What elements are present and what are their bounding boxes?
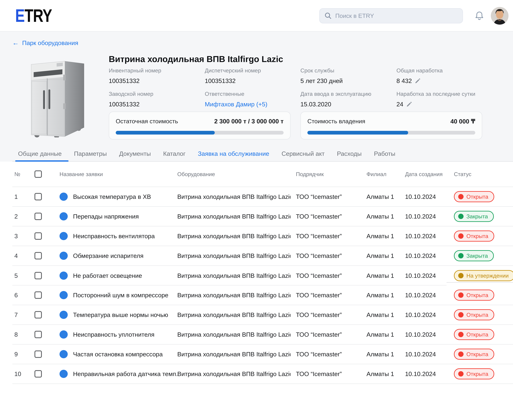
table-row: 5 Не работает освещение Витрина холодиль…: [12, 266, 513, 285]
row-checkbox[interactable]: [34, 331, 42, 338]
row-checkbox[interactable]: [34, 213, 42, 220]
table-row: 10 Неправильная работа датчика темп. Вит…: [12, 364, 513, 384]
table-row: 9 Частая остановка компрессора Витрина х…: [12, 345, 513, 364]
search-icon: [324, 12, 332, 19]
row-contractor: ТОО “Icemaster”: [296, 292, 342, 299]
field-inventory-number: Инвентарный номер 100351332: [109, 67, 161, 84]
row-branch: Алматы 1: [367, 272, 394, 279]
request-name[interactable]: Частая остановка компрессора: [73, 351, 163, 358]
status-badge: Открыта: [454, 191, 494, 202]
field-label: Ответственные: [205, 91, 267, 97]
select-all-checkbox[interactable]: [34, 170, 42, 178]
column-number: №: [14, 171, 20, 177]
row-checkbox[interactable]: [34, 292, 42, 299]
table-row: 7 Температура выше нормы ночью Витрина х…: [12, 305, 513, 325]
request-name[interactable]: Неисправность вентилятора: [73, 232, 155, 240]
row-contractor: ТОО “Icemaster”: [296, 272, 342, 279]
field-label: Наработка за последние сутки: [397, 91, 475, 97]
field-label: Заводской номер: [109, 91, 153, 97]
request-name[interactable]: Обмерзание испарителя: [73, 252, 144, 259]
field-value: 100351332: [109, 77, 161, 84]
tab-5[interactable]: Заявка на обслуживание: [198, 150, 269, 157]
request-name[interactable]: Высокая температура в ХВ: [73, 193, 151, 200]
request-type-icon: [60, 291, 68, 299]
status-badge: Открыта: [454, 290, 494, 301]
app-logo[interactable]: ETRY: [15, 6, 52, 25]
field-value: 100351332: [205, 77, 261, 84]
status-dot-icon: [458, 332, 464, 337]
row-branch: Алматы 1: [367, 351, 394, 358]
status-label: Открыта: [467, 194, 488, 200]
field-daily-runtime: Наработка за последние сутки 24: [397, 91, 475, 108]
status-dot-icon: [458, 194, 464, 199]
table-row: 8 Неисправность уплотнителя Витрина холо…: [12, 325, 513, 345]
row-number: 4: [14, 252, 18, 259]
edit-pencil-icon[interactable]: [406, 101, 412, 107]
request-name[interactable]: Не работает освещение: [73, 272, 142, 279]
back-link[interactable]: ←Парк оборудования: [12, 39, 78, 46]
row-number: 3: [14, 232, 18, 240]
tab-1[interactable]: Общие данные: [18, 150, 62, 157]
row-equipment: Витрина холодильная ВПВ Italfrigo Lazic: [177, 351, 291, 358]
responsibles-link[interactable]: Мифтахов Дамир (+5): [205, 101, 267, 108]
status-badge: Закрыта: [454, 211, 494, 222]
row-branch: Алматы 1: [367, 331, 394, 338]
tab-7[interactable]: Расходы: [337, 150, 362, 157]
row-equipment: Витрина холодильная ВПВ Italfrigo Lazic: [177, 311, 291, 318]
row-checkbox[interactable]: [34, 351, 42, 358]
row-branch: Алматы 1: [367, 213, 394, 220]
status-dot-icon: [458, 371, 464, 376]
row-date: 10.10.2024: [405, 351, 436, 358]
request-name[interactable]: Неисправность уплотнителя: [73, 331, 154, 338]
request-type-icon: [60, 232, 68, 240]
status-badge: Открыта: [454, 309, 494, 320]
row-date: 10.10.2024: [405, 311, 436, 318]
request-name[interactable]: Неправильная работа датчика темп.: [73, 370, 178, 377]
tab-6[interactable]: Сервисный акт: [282, 150, 325, 157]
column-contractor: Подрядчик: [296, 171, 324, 177]
request-type-icon: [60, 193, 68, 201]
row-checkbox[interactable]: [34, 311, 42, 318]
row-equipment: Витрина холодильная ВПВ Italfrigo Lazic: [177, 193, 291, 200]
row-checkbox[interactable]: [34, 232, 42, 240]
edit-pencil-icon[interactable]: [415, 78, 421, 84]
row-checkbox[interactable]: [34, 193, 42, 200]
row-date: 10.10.2024: [405, 272, 436, 279]
status-label: На утверждении: [467, 272, 509, 279]
row-contractor: ТОО “Icemaster”: [296, 193, 342, 200]
request-name[interactable]: Посторонний шум в компрессоре: [73, 292, 168, 299]
table-row: 6 Посторонний шум в компрессоре Витрина …: [12, 285, 513, 305]
status-dot-icon: [458, 273, 464, 278]
card-label: Стоимость владения: [307, 118, 365, 125]
column-equipment: Оборудование: [177, 171, 215, 177]
tab-2[interactable]: Параметры: [74, 150, 107, 157]
row-branch: Алматы 1: [367, 193, 394, 200]
avatar-image: [491, 7, 508, 25]
equipment-photo: [21, 51, 90, 137]
top-bar: ETRY Поиск в ETRY Daniyar Esenov Админ: [0, 0, 513, 32]
notifications-bell-icon[interactable]: [475, 11, 484, 21]
field-service-life: Срок службы 5 лет 230 дней: [300, 67, 343, 84]
row-equipment: Витрина холодильная ВПВ Italfrigo Lazic: [177, 272, 291, 279]
search-input[interactable]: Поиск в ETRY: [319, 8, 463, 23]
tab-4[interactable]: Каталог: [163, 150, 185, 157]
row-contractor: ТОО “Icemaster”: [296, 370, 342, 377]
field-label: Диспетчерский номер: [205, 67, 261, 74]
status-dot-icon: [458, 233, 464, 239]
request-name[interactable]: Перепады напряжения: [73, 213, 139, 220]
field-value: 8 432: [397, 77, 412, 84]
row-checkbox[interactable]: [34, 272, 42, 279]
table-row: 1 Высокая температура в ХВ Витрина холод…: [12, 187, 513, 207]
field-value: 24: [397, 101, 403, 108]
tab-8[interactable]: Работы: [374, 150, 395, 157]
request-name[interactable]: Температура выше нормы ночью: [73, 311, 168, 318]
row-checkbox[interactable]: [34, 252, 42, 259]
row-branch: Алматы 1: [367, 232, 394, 240]
ownership-cost-card: Стоимость владения 40 000 ₸: [300, 112, 482, 139]
status-label: Открыта: [467, 233, 488, 239]
user-avatar[interactable]: [491, 7, 508, 25]
row-checkbox[interactable]: [34, 370, 42, 378]
request-type-icon: [60, 370, 68, 378]
tab-3[interactable]: Документы: [119, 150, 151, 157]
progress-fill: [116, 131, 215, 135]
